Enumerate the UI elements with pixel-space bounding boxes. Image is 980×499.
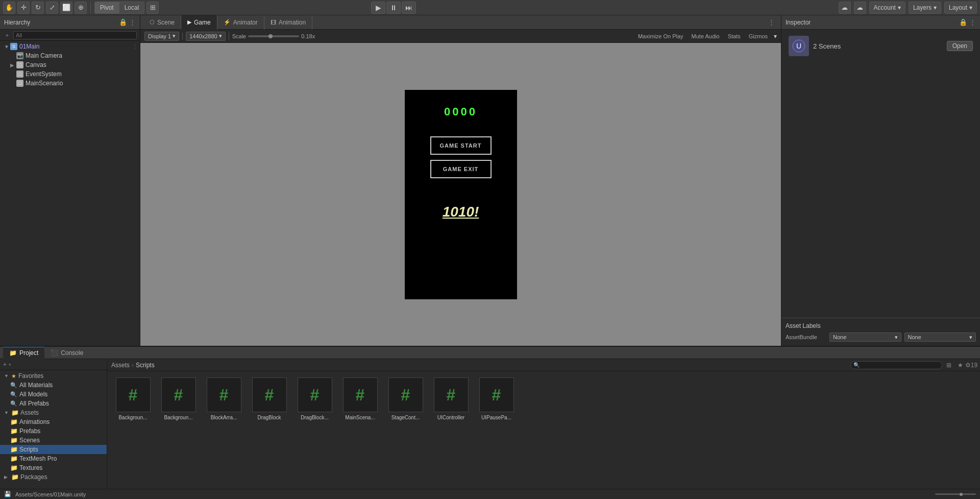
hierarchy-toolbar: + [0,30,140,41]
play-btn[interactable]: ▶ [371,2,385,14]
tab-project[interactable]: 📁 Project [3,347,44,359]
breadcrumb-root[interactable]: Assets [111,362,130,369]
asset-item[interactable]: # DragBlock... [293,375,336,423]
hierarchy-more-icon[interactable]: ⋮ [129,18,136,26]
rotate-tool-btn[interactable]: ↻ [32,2,44,14]
hand-tool-btn[interactable]: ✋ [3,2,15,14]
project-add-btn[interactable]: + [3,361,7,368]
proj-scripts[interactable]: 📁 Scripts [0,445,107,454]
01main-more-icon[interactable]: ⋮ [132,43,138,50]
bottom-tab-bar: 📁 Project ⬛ Console [0,347,980,359]
asset-icon: # [161,377,196,412]
hier-item-eventsystem[interactable]: □ EventSystem [0,69,140,79]
resolution-dropdown[interactable]: 1440x2880 ▾ [186,32,225,41]
maximize-btn[interactable]: Maximize On Play [636,33,685,40]
display-dropdown[interactable]: Display 1 ▾ [144,32,179,41]
mute-btn[interactable]: Mute Audio [690,33,722,40]
all-models-label: All Models [19,391,47,398]
asset-item[interactable]: # MainScena... [338,375,382,423]
hier-item-01main[interactable]: ▼ S 01Main ⋮ [0,42,140,51]
proj-all-prefabs[interactable]: 🔍 All Prefabs [0,399,107,408]
proj-packages[interactable]: ▶ 📁 Packages [0,472,107,482]
extra-tool-btn[interactable]: ⊞ [146,2,159,14]
game-exit-btn[interactable]: GAME EXIT [430,160,492,178]
hier-item-main-camera[interactable]: 📷 Main Camera [0,51,140,60]
status-zoom-thumb [960,493,963,496]
proj-all-materials[interactable]: 🔍 All Materials [0,381,107,390]
proj-assets[interactable]: ▼ 📁 Assets [0,408,107,417]
asset-icon: # [116,377,151,412]
inspector-lock-icon[interactable]: 🔒 [959,18,967,26]
services-icon[interactable]: ☁ [854,2,866,14]
prefabs-label: Prefabs [19,427,40,435]
bottom-content: + ▾ ▼ ★ Favorites 🔍 All Materials 🔍 All … [0,359,980,489]
console-tab-label: Console [61,349,83,357]
proj-all-models[interactable]: 🔍 All Models [0,390,107,399]
status-zoom-slider[interactable] [935,493,976,495]
gizmos-btn[interactable]: Gizmos [747,33,770,40]
stats-btn[interactable]: Stats [726,33,743,40]
rect-tool-btn[interactable]: ⬜ [60,2,72,14]
inspector-more-icon[interactable]: ⋮ [969,18,976,26]
search-container: 🔍 [850,361,942,369]
layers-chevron-icon: ▾ [934,4,937,11]
layout-dropdown[interactable]: Layout ▾ [944,2,977,14]
asset-bundle-variant-chevron-icon: ▾ [969,334,972,341]
hier-item-canvas[interactable]: ▶ □ Canvas [0,60,140,69]
asset-grid: # Backgroun... # Backgroun... # BlockArr… [107,371,980,489]
hier-item-mainscenario[interactable]: □ MainScenario [0,79,140,88]
search-magnifier-icon: 🔍 [853,362,860,368]
asset-item[interactable]: # BlockArra... [202,375,246,423]
asset-item[interactable]: # DragBlock [248,375,291,423]
scale-slider[interactable] [248,35,299,37]
layers-dropdown[interactable]: Layers ▾ [909,2,941,14]
scale-tool-btn[interactable]: ⤢ [46,2,58,14]
asset-item[interactable]: # UIController [429,375,473,423]
account-label: Account [874,4,896,11]
asset-item[interactable]: # Backgroun... [157,375,200,423]
search-icon-3: 🔍 [10,400,17,407]
proj-animations[interactable]: 📁 Animations [0,417,107,426]
game-start-btn[interactable]: GAME START [430,136,492,155]
01main-arrow: ▼ [4,44,10,50]
tab-animation[interactable]: 🎞 Animation [264,15,312,30]
hierarchy-search[interactable] [13,31,137,39]
grid-view-icon[interactable]: ⊞ [944,361,953,370]
move-tool-btn[interactable]: ✛ [17,2,30,14]
game-btn-area: GAME START GAME EXIT [430,136,492,178]
tab-console[interactable]: ⬛ Console [44,347,89,359]
tab-scene[interactable]: ⬡ Scene [143,15,181,30]
open-btn[interactable]: Open [947,41,973,51]
asset-item[interactable]: # UIPausePa... [475,375,518,423]
project-tab-icon: 📁 [9,349,17,357]
game-view: 0000 GAME START GAME EXIT 1010! [140,43,781,346]
asset-item[interactable]: # Backgroun... [111,375,155,423]
step-btn[interactable]: ⏭ [402,2,416,14]
tab-more-icon[interactable]: ⋮ [765,18,778,26]
pivot-btn[interactable]: Pivot [95,2,119,13]
animator-tab-label: Animator [233,19,258,26]
favorites-arrow: ▼ [4,373,9,378]
asset-item[interactable]: # StageCont... [384,375,427,423]
account-dropdown[interactable]: Account ▾ [869,2,905,14]
star-filter-icon[interactable]: ★ [955,361,965,370]
project-search-input[interactable] [850,361,942,369]
pause-btn[interactable]: ⏸ [386,2,401,14]
project-sidebar: + ▾ ▼ ★ Favorites 🔍 All Materials 🔍 All … [0,359,107,489]
tab-game[interactable]: ▶ Game [181,15,217,30]
asset-name: Backgroun... [164,414,192,421]
hierarchy-lock-icon[interactable]: 🔒 [119,18,127,26]
breadcrumb-child[interactable]: Scripts [136,362,155,369]
transform-tool-btn[interactable]: ⊕ [75,2,87,14]
proj-scenes[interactable]: 📁 Scenes [0,436,107,445]
asset-bundle-variant-dropdown[interactable]: None ▾ [904,332,976,342]
proj-prefabs[interactable]: 📁 Prefabs [0,426,107,436]
proj-textures[interactable]: 📁 Textures [0,463,107,472]
tab-animator[interactable]: ⚡ Animator [217,15,264,30]
local-btn[interactable]: Local [119,2,144,13]
asset-bundle-dropdown[interactable]: None ▾ [829,332,901,342]
hierarchy-add-btn[interactable]: + [3,31,11,39]
proj-favorites[interactable]: ▼ ★ Favorites [0,371,107,381]
proj-textmesh[interactable]: 📁 TextMesh Pro [0,454,107,463]
collab-icon[interactable]: ☁ [839,2,851,14]
